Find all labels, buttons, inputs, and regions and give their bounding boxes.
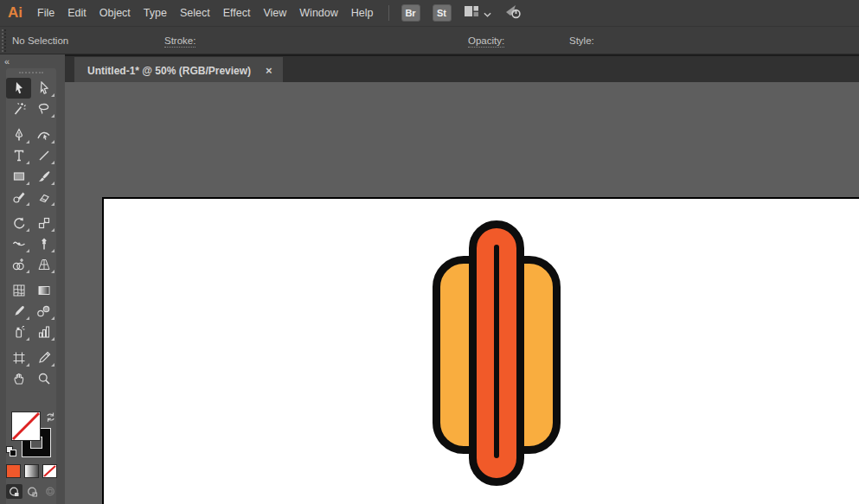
stroke-weight-label[interactable]: Stroke: [164,35,196,48]
draw-normal-button[interactable] [6,484,22,499]
controlbar-grip[interactable] [2,29,6,52]
menu-window[interactable]: Window [299,7,337,19]
draw-behind-button[interactable] [24,484,41,499]
menu-edit[interactable]: Edit [67,7,87,19]
document-tab-bar: Untitled-1* @ 50% (RGB/Preview) × [65,54,859,82]
menu-effect[interactable]: Effect [223,7,251,19]
gpu-performance-icon [503,3,522,22]
line-segment-tool[interactable] [31,145,56,166]
document-tab[interactable]: Untitled-1* @ 50% (RGB/Preview) × [74,57,283,84]
menu-select[interactable]: Select [180,7,210,19]
opacity-label[interactable]: Opacity: [468,35,504,48]
rectangle-tool[interactable] [6,166,31,187]
slice-tool[interactable] [31,348,56,368]
eyedropper-tool[interactable] [6,301,31,322]
bridge-button[interactable]: Br [401,4,420,22]
shaper-tool[interactable] [6,187,31,207]
control-bar: No Selection Stroke: 14 pt Uniform [0,26,859,54]
fill-indicator[interactable] [11,411,41,441]
mesh-tool[interactable] [6,280,31,301]
artboard-tool[interactable] [6,348,31,368]
chevron-down-icon [484,5,491,21]
symbol-sprayer-tool[interactable] [6,322,31,342]
column-graph-tool[interactable] [31,322,56,342]
selection-tool[interactable] [6,78,31,99]
color-button[interactable] [6,464,21,478]
illustrator-window: Ai File Edit Object Type Select Effect V… [0,0,859,504]
menu-type[interactable]: Type [144,7,167,19]
magic-wand-tool[interactable] [6,99,31,119]
gradient-tool[interactable] [31,280,56,301]
swap-fill-stroke-icon[interactable] [45,411,56,426]
menu-view[interactable]: View [263,7,286,19]
perspective-grid-tool[interactable] [31,254,56,275]
collapse-panel-icon[interactable]: « [4,56,9,67]
gpu-performance-button[interactable] [503,3,522,22]
zoom-tool[interactable] [31,368,56,389]
workspace-switcher[interactable] [464,5,491,21]
puppet-warp-tool[interactable] [31,233,56,254]
curvature-tool[interactable] [31,124,56,145]
toolbar-grip[interactable] [19,72,43,75]
document-tab-title: Untitled-1* @ 50% (RGB/Preview) [87,65,251,77]
selection-status: No Selection [12,35,68,46]
eraser-tool[interactable] [31,187,56,207]
tools-panel: « [0,54,65,504]
workspace-switcher-icon [464,5,479,21]
menu-help[interactable]: Help [351,7,374,19]
scale-tool[interactable] [31,213,56,233]
main-menu: File Edit Object Type Select Effect View… [37,7,374,19]
none-button[interactable] [42,464,57,478]
pen-tool[interactable] [6,124,31,145]
blend-tool[interactable] [31,301,56,322]
pasteboard[interactable] [65,82,859,504]
menubar-divider [388,5,389,21]
default-fill-stroke-icon[interactable] [6,446,17,457]
style-label: Style: [569,35,594,46]
toolbar [6,68,56,504]
direct-selection-tool[interactable] [31,78,56,99]
app-logo: Ai [8,4,22,22]
rotate-tool[interactable] [6,213,31,233]
hotdog-center-line[interactable] [494,245,499,458]
tab-close-icon[interactable]: × [266,65,272,76]
gradient-button[interactable] [24,464,39,478]
draw-inside-button[interactable] [42,484,59,499]
menu-bar: Ai File Edit Object Type Select Effect V… [0,0,859,26]
menu-file[interactable]: File [37,7,54,19]
shape-builder-tool[interactable] [6,254,31,275]
paintbrush-tool[interactable] [31,166,56,187]
type-tool[interactable] [6,145,31,166]
hand-tool[interactable] [6,368,31,389]
fill-stroke-indicator [6,407,56,504]
artboard[interactable] [102,197,859,504]
lasso-tool[interactable] [31,99,56,119]
menu-object[interactable]: Object [99,7,131,19]
width-tool[interactable] [6,233,31,254]
stock-button[interactable]: St [433,4,452,22]
